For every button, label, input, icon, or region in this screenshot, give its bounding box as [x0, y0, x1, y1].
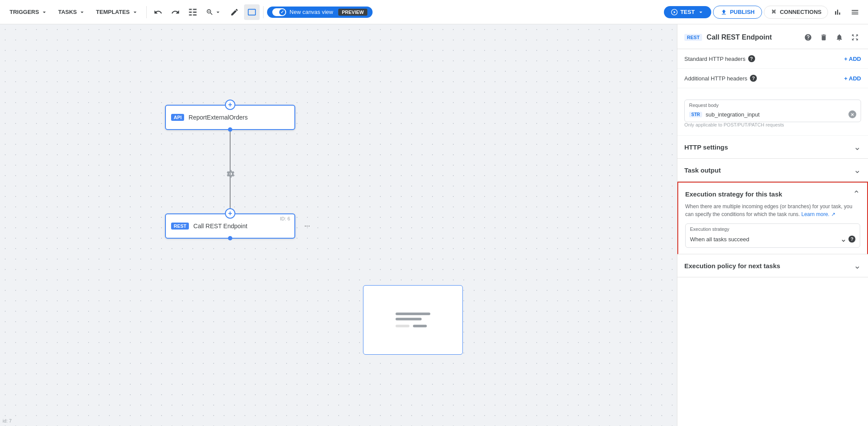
rest-node-add-button[interactable]: +	[225, 208, 235, 219]
std-http-label: Standard HTTP headers ?	[684, 55, 755, 62]
execution-policy-chevron-icon: ⌄	[854, 260, 861, 271]
addl-http-label: Additional HTTP headers ?	[684, 75, 757, 82]
triggers-menu[interactable]: TRIGGERS	[5, 6, 52, 18]
gear-node[interactable]	[224, 168, 237, 180]
svg-rect-4	[193, 12, 196, 13]
canvas-toggle-switch	[272, 8, 286, 16]
request-body-note: Only applicable to POST/PUT/PATCH reques…	[684, 122, 861, 129]
redo-button[interactable]	[168, 4, 183, 20]
tasks-menu[interactable]: TASKS	[54, 6, 90, 18]
exec-strategy-dropdown-row: When all tasks succeed ⌄ ?	[686, 232, 860, 247]
right-panel-scroll[interactable]: Standard HTTP headers ? + ADD Additional…	[677, 49, 868, 426]
execution-strategy-desc: When there are multiple incoming edges (…	[685, 203, 860, 218]
rp-delete-button[interactable]	[818, 31, 830, 43]
addl-http-help-icon[interactable]: ?	[750, 75, 757, 82]
exec-strategy-dropdown-arrow[interactable]: ⌄	[840, 234, 847, 244]
tasks-chevron-icon	[79, 9, 86, 16]
task-output-title: Task output	[684, 166, 721, 174]
mini-line-4	[413, 325, 427, 327]
rp-notifications-button[interactable]	[833, 31, 845, 43]
svg-rect-0	[189, 9, 192, 10]
top-navigation: TRIGGERS TASKS TEMPLATES New c	[0, 0, 868, 24]
connections-label: CONNECTIONS	[780, 9, 822, 15]
templates-label: TEMPLATES	[96, 9, 130, 15]
rp-help-button[interactable]	[802, 31, 814, 43]
request-body-label: Request body	[685, 100, 861, 108]
test-chevron-icon	[697, 9, 704, 16]
zoom-chevron-icon	[215, 9, 221, 16]
execution-strategy-title: Execution strategy for this task	[685, 190, 782, 198]
canvas-id-label: id: 7	[3, 418, 12, 423]
api-node-name: ReportExternalOrders	[188, 114, 248, 121]
publish-label: PUBLISH	[730, 9, 755, 15]
execution-strategy-chevron-icon[interactable]: ⌃	[853, 189, 860, 199]
rest-node-id: ID: 6	[280, 216, 290, 221]
canvas-toggle-label: New canvas view	[290, 9, 333, 15]
rp-collapse-button[interactable]	[849, 31, 861, 43]
api-node[interactable]: + API ReportExternalOrders	[165, 105, 295, 130]
str-badge: STR	[689, 112, 702, 117]
analytics-button[interactable]	[830, 4, 845, 20]
canvas-toggle[interactable]: New canvas view PREVIEW	[267, 7, 373, 18]
triggers-chevron-icon	[41, 9, 48, 16]
undo-button[interactable]	[150, 4, 166, 20]
exec-strategy-icons: ⌄ ?	[840, 234, 855, 244]
request-body-input-row: STR sub_integration_input ×	[685, 108, 861, 122]
right-icons	[830, 4, 863, 20]
request-body-clear-button[interactable]: ×	[848, 110, 856, 118]
canvas-view-button[interactable]	[244, 4, 260, 20]
main-area: + API ReportExternalOrders + REST Call R…	[0, 24, 868, 426]
execution-strategy-dropdown[interactable]: Execution strategy When all tasks succee…	[685, 223, 860, 248]
right-panel: REST Call REST Endpoint	[677, 24, 868, 426]
api-connector-dot	[228, 127, 232, 132]
exec-strategy-value: When all tasks succeed	[690, 236, 749, 243]
canvas-connections-svg	[0, 24, 677, 426]
std-http-help-icon[interactable]: ?	[748, 55, 755, 62]
publish-button[interactable]: PUBLISH	[713, 6, 762, 19]
test-button[interactable]: TEST	[664, 6, 711, 18]
execution-policy-title: Execution policy for next tasks	[684, 262, 780, 270]
rest-node[interactable]: + REST Call REST Endpoint ID: 6 ···	[165, 213, 295, 239]
tasks-label: TASKS	[58, 9, 77, 15]
exec-strategy-help-icon[interactable]: ?	[848, 236, 855, 243]
svg-rect-5	[193, 14, 196, 15]
right-panel-header: REST Call REST Endpoint	[677, 24, 868, 49]
canvas[interactable]: + API ReportExternalOrders + REST Call R…	[0, 24, 677, 426]
mini-line-3	[396, 325, 409, 327]
pen-tool-button[interactable]	[227, 4, 242, 20]
rp-header-icons	[802, 31, 861, 43]
request-body-field[interactable]: Request body STR sub_integration_input ×	[684, 100, 861, 122]
addl-http-add-button[interactable]: + ADD	[844, 75, 861, 82]
mini-canvas-panel	[363, 285, 463, 355]
layout-button[interactable]	[185, 4, 201, 20]
task-output-chevron-icon: ⌄	[854, 165, 861, 175]
execution-strategy-section: Execution strategy for this task ⌃ When …	[677, 182, 868, 254]
templates-menu[interactable]: TEMPLATES	[92, 6, 143, 18]
std-http-add-button[interactable]: + ADD	[844, 56, 861, 62]
request-body-section: Request body STR sub_integration_input ×…	[677, 88, 868, 136]
exec-strategy-field-label: Execution strategy	[686, 224, 860, 232]
connections-button[interactable]: CONNECTIONS	[764, 6, 828, 19]
mini-line-2	[396, 318, 422, 320]
more-menu-button[interactable]	[847, 4, 863, 20]
api-node-add-button[interactable]: +	[225, 100, 235, 110]
templates-chevron-icon	[132, 9, 139, 16]
rest-badge: REST	[171, 223, 189, 230]
test-label: TEST	[680, 9, 695, 15]
exec-strategy-learn-more-link[interactable]: Learn more. ↗	[801, 211, 835, 217]
std-http-section: Standard HTTP headers ? + ADD	[677, 49, 868, 69]
http-settings-title: HTTP settings	[684, 143, 728, 151]
nav-divider-1	[146, 6, 147, 18]
rest-node-name: Call REST Endpoint	[193, 223, 247, 230]
execution-policy-section[interactable]: Execution policy for next tasks ⌄	[677, 254, 868, 277]
task-output-section[interactable]: Task output ⌄	[677, 159, 868, 182]
triggers-label: TRIGGERS	[10, 9, 39, 15]
zoom-button[interactable]	[202, 4, 225, 20]
http-settings-section[interactable]: HTTP settings ⌄	[677, 136, 868, 159]
http-settings-chevron-icon: ⌄	[854, 142, 861, 152]
api-badge: API	[171, 114, 184, 121]
svg-rect-3	[193, 9, 196, 10]
rest-node-more-button[interactable]: ···	[304, 222, 310, 230]
execution-strategy-header: Execution strategy for this task ⌃	[685, 189, 860, 199]
addl-http-section: Additional HTTP headers ? + ADD	[677, 69, 868, 88]
